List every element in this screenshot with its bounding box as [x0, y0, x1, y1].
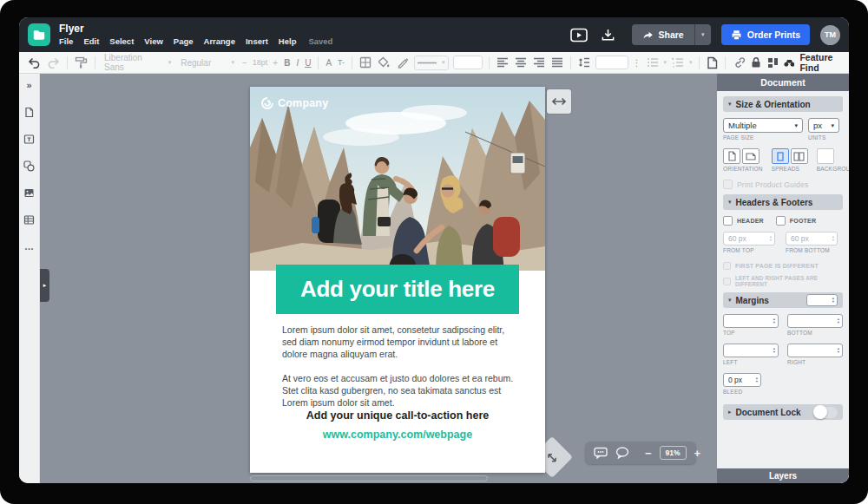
font-style-select[interactable]: Regular▾ — [178, 58, 237, 68]
present-button[interactable] — [569, 26, 589, 43]
comment-tool-button[interactable] — [594, 447, 608, 459]
margin-right-field[interactable]: ▴▾ — [787, 344, 843, 357]
flyer-body-paragraph-1[interactable]: Lorem ipsum dolor sit amet, consetetur s… — [282, 324, 515, 361]
fill-color-button[interactable] — [377, 54, 391, 71]
undo-button[interactable] — [27, 54, 42, 71]
link-button[interactable] — [732, 54, 746, 71]
image-tool-icon[interactable] — [23, 186, 36, 200]
table-tool-icon[interactable] — [23, 213, 36, 226]
flyer-company-logo[interactable]: Company — [261, 97, 328, 109]
share-button[interactable]: Share — [632, 24, 694, 45]
line-weight-input[interactable] — [453, 56, 483, 69]
layers-bar[interactable]: Layers — [717, 468, 849, 483]
document-lock-toggle[interactable] — [814, 407, 838, 418]
zoom-level-value[interactable]: 91% — [660, 446, 687, 460]
chat-button[interactable] — [615, 447, 629, 459]
bullet-list-caret[interactable]: ▾ — [664, 59, 667, 66]
text-color-button[interactable]: A — [325, 54, 332, 71]
flyer-hero-photo[interactable] — [250, 87, 545, 271]
menu-file[interactable]: File — [59, 36, 73, 46]
share-dropdown-button[interactable]: ▾ — [694, 24, 711, 45]
menu-select[interactable]: Select — [109, 36, 134, 46]
page-size-select[interactable]: Multiple▾ — [723, 118, 803, 133]
footer-offset-input[interactable] — [791, 234, 832, 243]
insert-page-button[interactable] — [706, 54, 719, 71]
spreads-facing-button[interactable] — [791, 148, 808, 164]
margins-all-field[interactable]: ▴▾ — [806, 294, 838, 306]
border-style-button[interactable] — [358, 54, 372, 71]
align-justify-button[interactable] — [550, 54, 564, 71]
margin-bottom-field[interactable]: ▴▾ — [787, 314, 843, 328]
redo-button[interactable] — [46, 54, 61, 71]
bullet-list-button[interactable] — [646, 54, 660, 71]
margin-left-input[interactable] — [728, 346, 773, 355]
feature-find[interactable]: Feature Find — [784, 52, 841, 73]
header-checkbox[interactable] — [723, 216, 733, 226]
section-document-lock[interactable]: ▸ Document Lock — [723, 404, 843, 420]
bleed-field[interactable]: ▴▾ — [723, 373, 761, 387]
left-right-checkbox[interactable] — [723, 278, 731, 285]
section-margins[interactable]: ▾ Margins ▴▾ — [723, 292, 843, 308]
font-family-select[interactable]: Liberation Sans▾ — [102, 53, 174, 72]
user-avatar[interactable]: TM — [820, 25, 840, 45]
line-spacing-button[interactable] — [577, 54, 591, 71]
page-resize-horizontal-handle[interactable] — [547, 89, 571, 114]
footer-checkbox[interactable] — [776, 216, 786, 226]
clear-formatting-button[interactable]: T- — [337, 54, 345, 71]
margin-bottom-input[interactable] — [792, 317, 838, 325]
margins-all-input[interactable] — [812, 296, 832, 304]
font-size-value[interactable]: 18pt — [253, 58, 268, 67]
numbered-list-caret[interactable]: ▾ — [689, 59, 693, 66]
print-guides-checkbox[interactable] — [723, 180, 733, 189]
flyer-cta-text[interactable]: Add your unique call-to-action here — [250, 409, 545, 422]
orientation-portrait-button[interactable] — [723, 148, 740, 164]
zoom-in-button[interactable]: + — [694, 448, 701, 459]
pages-tool-icon[interactable] — [23, 105, 36, 119]
margin-top-field[interactable]: ▴▾ — [723, 314, 779, 328]
bold-button[interactable]: B — [283, 54, 291, 71]
footer-offset-field[interactable]: ▴▾ — [786, 232, 838, 245]
italic-button[interactable]: I — [295, 54, 299, 71]
header-offset-input[interactable] — [728, 234, 770, 243]
bleed-input[interactable] — [728, 376, 756, 384]
first-page-checkbox[interactable] — [723, 262, 731, 270]
font-size-increase-button[interactable]: + — [272, 54, 279, 71]
align-right-button[interactable] — [532, 54, 546, 71]
format-painter-button[interactable] — [74, 54, 89, 71]
flyer-title-banner[interactable]: Add your title here — [276, 265, 519, 314]
expand-rail-icon[interactable]: » — [23, 78, 36, 92]
align-center-button[interactable] — [514, 54, 528, 71]
text-tool-icon[interactable] — [23, 132, 36, 146]
menu-help[interactable]: Help — [279, 36, 297, 46]
font-size-decrease-button[interactable]: − — [241, 54, 248, 71]
menu-insert[interactable]: Insert — [246, 36, 268, 46]
flyer-url-text[interactable]: www.company.com/webpage — [250, 429, 545, 441]
flyer-page[interactable]: Company Add your title here Lorem ipsum … — [250, 87, 545, 473]
menu-edit[interactable]: Edit — [83, 36, 99, 46]
line-style-select[interactable]: ▾ — [414, 56, 449, 70]
more-tools-icon[interactable]: … — [23, 239, 36, 253]
header-offset-field[interactable]: ▴▾ — [723, 232, 775, 245]
order-prints-button[interactable]: Order Prints — [721, 24, 810, 45]
section-headers-footers[interactable]: ▾ Headers & Footers — [723, 194, 843, 210]
numbered-list-button[interactable] — [671, 54, 685, 71]
editor-canvas[interactable]: ▸ — [40, 74, 717, 483]
background-swatch[interactable] — [817, 148, 834, 164]
underline-button[interactable]: U — [304, 54, 312, 71]
download-button[interactable] — [599, 26, 618, 43]
margin-top-input[interactable] — [728, 317, 773, 325]
lock-button[interactable] — [750, 54, 762, 71]
section-size-orientation[interactable]: ▾ Size & Orientation — [723, 96, 843, 112]
line-spacing-input[interactable] — [595, 56, 628, 69]
units-select[interactable]: px▾ — [808, 118, 839, 133]
toolbar-more-icon[interactable]: ⋮ — [633, 58, 641, 68]
shapes-tool-icon[interactable] — [23, 159, 36, 173]
margin-right-input[interactable] — [792, 346, 838, 355]
menu-arrange[interactable]: Arrange — [204, 36, 235, 46]
line-color-button[interactable] — [396, 54, 410, 71]
panel-flyout-handle[interactable]: ▸ — [40, 269, 49, 302]
menu-page[interactable]: Page — [174, 36, 194, 46]
flyer-body-paragraph-2[interactable]: At vero eos et accusam et justo duo dolo… — [282, 373, 515, 409]
spreads-single-button[interactable] — [772, 148, 789, 164]
app-logo-icon[interactable] — [28, 23, 50, 46]
